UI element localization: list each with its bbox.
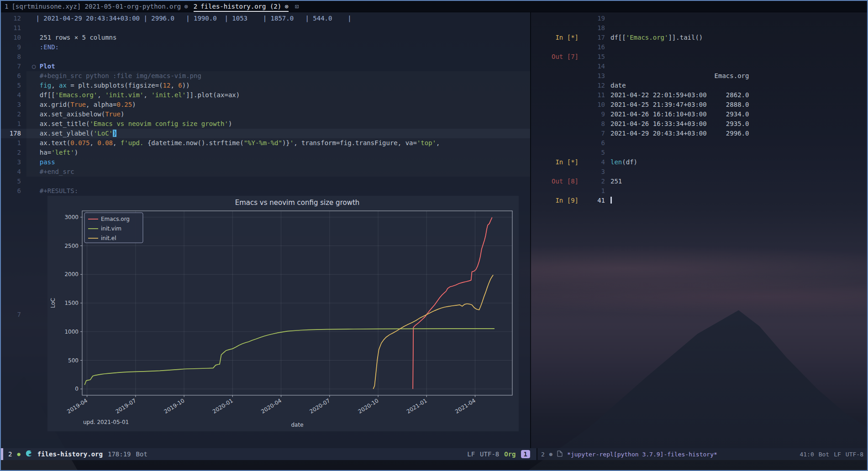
repl-line[interactable]: 6 [531,138,867,148]
editor-line[interactable]: 9 :END: [1,42,530,52]
repl-line[interactable]: 3 [531,167,867,177]
repl-line[interactable]: 112021-04-22 22:01:59+03:00 2862.0 [531,90,867,100]
line-number: 1 [1,119,26,129]
repl-line[interactable]: In [*]4len(df) [531,157,867,167]
repl-line[interactable]: 92021-04-26 16:16:10+03:00 2934.0 [531,110,867,119]
tab-close-icon[interactable]: ⊗ [284,1,288,12]
repl-encoding-indicator: UTF-8 [846,451,863,458]
svg-text:Emacs.org: Emacs.org [101,216,130,222]
repl-prompt-empty [531,148,579,157]
svg-text:2500: 2500 [64,243,79,249]
svg-text:init.el: init.el [101,235,116,241]
repl-prompt-empty [531,119,579,129]
editor-line[interactable]: 1 ax.text(0.075, 0.08, f'upd. {datetime.… [1,138,530,148]
repl-out-prompt: Out [8] [531,177,579,186]
line-number: 8 [579,119,605,129]
repl-line[interactable]: 1 [531,186,867,196]
org-buffer-window[interactable]: 12 | 2021-04-29 20:43:34+03:00 | 2996.0 … [1,12,530,448]
editor-line[interactable]: 8 [1,52,530,62]
repl-line[interactable]: 19 [531,14,867,23]
image-line-number: 7 [1,310,26,319]
repl-line[interactable]: 72021-04-29 20:43:34+03:00 2996.0 [531,129,867,138]
repl-line[interactable]: 18 [531,23,867,33]
line-number: 11 [579,90,605,100]
repl-line[interactable]: 102021-04-25 21:39:47+03:00 2888.0 [531,100,867,110]
editor-line[interactable]: 4 df[['Emacs.org', 'init.vim', 'init.el'… [1,90,530,100]
repl-line[interactable]: In [9]41 [531,196,867,205]
repl-prompt-empty [531,81,579,90]
repl-line[interactable]: Out [8]2251 [531,177,867,186]
svg-text:1500: 1500 [64,300,79,306]
tab-1[interactable]: 1[sqrtminusone.xyz] 2021-05-01-org-pytho… [5,1,188,12]
editor-line[interactable]: 12 | 2021-04-29 20:43:34+03:00 | 2996.0 … [1,14,530,23]
jupyter-repl-window[interactable]: 1918In [*]17df[['Emacs.org']].tail()16Ou… [531,12,867,448]
line-number: 7 [1,62,26,71]
editor-line[interactable]: 2 ax.set_axisbelow(True) [1,110,530,119]
repl-prompt-empty [531,100,579,110]
wallpaper-bottom-strip [1,460,867,470]
editor-line[interactable]: 5 [1,177,530,186]
line-number: 10 [579,100,605,110]
line-number: 3 [1,100,26,110]
repl-line[interactable]: 82021-04-26 16:33:34+03:00 2935.0 [531,119,867,129]
repl-line[interactable]: 5 [531,148,867,157]
workspace-badge: 1 [521,450,530,458]
new-tab-icon[interactable]: ⊡ [295,3,299,10]
svg-text:2020-07: 2020-07 [308,398,331,415]
line-number: 18 [579,23,605,33]
repl-line[interactable]: Out [7]15 [531,52,867,62]
repl-prompt-empty [531,186,579,196]
editor-lines: 12 | 2021-04-29 20:43:34+03:00 | 2996.0 … [1,12,530,196]
editor-line[interactable]: 6 #+begin_src python :file img/emacs-vim… [1,71,530,81]
svg-text:2019-10: 2019-10 [163,398,186,415]
svg-text:LoC: LoC [50,298,56,308]
editor-line[interactable]: 6 #+RESULTS: [1,186,530,196]
eol-indicator: LF [467,450,475,458]
encoding-indicator: UTF-8 [480,450,499,458]
tab-close-icon[interactable]: ⊗ [184,1,188,12]
repl-prompt-empty [531,110,579,119]
line-number: 7 [579,129,605,138]
editor-line[interactable]: 2 ha='left') [1,148,530,157]
repl-line[interactable]: 13 Emacs.org [531,71,867,81]
major-mode[interactable]: Org [504,450,516,458]
editor-line[interactable]: 7○ Plot [1,62,530,71]
svg-text:3000: 3000 [64,214,79,220]
window-number-left: 2 [8,450,12,458]
line-number: 9 [1,42,26,52]
svg-text:date: date [291,422,303,428]
repl-cursor-position: 41:0 [800,451,814,458]
line-number: 4 [1,90,26,100]
editor-line[interactable]: 1 ax.set_title('Emacs vs neovim config s… [1,119,530,129]
editor-line[interactable]: 178 ax.set_ylabel('LoC') [1,129,530,138]
svg-text:2019-07: 2019-07 [115,398,137,415]
svg-text:init.vim: init.vim [101,225,121,232]
repl-prompt-empty [531,14,579,23]
svg-text:2021-01: 2021-01 [405,398,428,415]
repl-line[interactable]: 16 [531,42,867,52]
svg-text:2020-01: 2020-01 [211,398,234,415]
editor-line[interactable]: 11 [1,23,530,33]
editor-line[interactable]: 10 251 rows × 5 columns [1,33,530,42]
editor-line[interactable]: 3 ax.grid(True, alpha=0.25) [1,100,530,110]
tab-2[interactable]: 2files-history.org (2)⊗ [194,1,289,12]
line-number: 14 [579,62,605,71]
repl-line[interactable]: 12date [531,81,867,90]
editor-line[interactable]: 5 fig, ax = plt.subplots(figsize=(12, 6)… [1,81,530,90]
tab-number: 1 [5,1,8,12]
editor-line[interactable]: 3 pass [1,157,530,167]
editor-cursor: ) [113,130,116,137]
repl-buffer-name[interactable]: *jupyter-repl[python 3.7.9]-files-histor… [567,451,717,458]
editor-line[interactable]: 4 #+end_src [1,167,530,177]
line-number: 11 [1,23,26,33]
svg-text:2020-10: 2020-10 [357,398,380,415]
repl-scroll-indicator: Bot [819,451,829,458]
line-number: 6 [1,71,26,81]
repl-prompt-empty [531,42,579,52]
repl-line[interactable]: 14 [531,62,867,71]
repl-prompt-empty [531,62,579,71]
repl-line[interactable]: In [*]17df[['Emacs.org']].tail() [531,33,867,42]
svg-text:2019-04: 2019-04 [66,398,89,415]
line-number: 2 [1,110,26,119]
buffer-name[interactable]: files-history.org [37,450,103,458]
